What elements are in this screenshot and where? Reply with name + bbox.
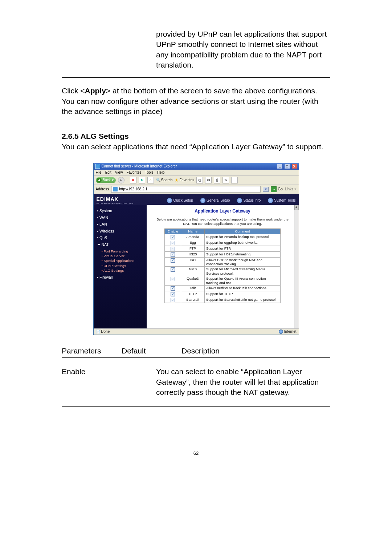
mail-icon[interactable]: ✉ (205, 177, 212, 183)
search-icon: 🔍 (156, 178, 160, 182)
history-icon[interactable]: ◷ (196, 177, 203, 183)
menu-view[interactable]: View (115, 170, 123, 175)
go-icon: → (271, 186, 277, 192)
separator: · (127, 178, 128, 182)
scroll-up-icon[interactable]: ▲ (294, 205, 299, 210)
divider (62, 77, 330, 78)
address-label: Address (96, 187, 109, 191)
sidebar-item-wan[interactable]: WAN (97, 215, 144, 220)
param-description: You can select to enable “Application La… (156, 367, 330, 397)
sidebar-sub-virtual-server[interactable]: Virtual Server (102, 254, 144, 258)
dropdown-icon: ▾ (112, 178, 114, 182)
menu-favorites[interactable]: Favorites (126, 170, 141, 175)
window-titlebar: Cannot find server - Microsoft Internet … (94, 163, 299, 170)
text: Click < (62, 86, 85, 95)
enable-checkbox[interactable]: ✓ (171, 235, 175, 239)
status-done: 📄 Done (96, 329, 110, 334)
enable-checkbox[interactable]: ✓ (171, 286, 175, 291)
panel-description: Below are applications that need router'… (155, 217, 290, 226)
discuss-icon[interactable]: ☷ (231, 177, 238, 183)
menu-help[interactable]: Help (157, 170, 165, 175)
toolbar: ◄ Back ▾ ► · × ↻ ⌂ 🔍 Search ★ Favorites … (94, 176, 299, 185)
sidebar-item-wireless[interactable]: Wireless (97, 229, 144, 234)
go-label: Go (278, 187, 282, 191)
sidebar-item-system[interactable]: System (97, 209, 144, 213)
sidebar-sub-alg[interactable]: ALG Settings (102, 268, 144, 272)
para-apply: Click <Apply> at the bottom of the scree… (62, 86, 330, 117)
window-title: Cannot find server - Microsoft Internet … (102, 164, 177, 169)
print-icon[interactable]: ⎙ (214, 177, 220, 183)
vertical-scrollbar[interactable]: ▲ (294, 205, 299, 328)
tab-system-tools[interactable]: System Tools (268, 198, 295, 203)
favorites-label: Favorites (179, 178, 194, 182)
close-button[interactable]: X (291, 164, 297, 169)
divider (62, 357, 330, 358)
address-dropdown-icon[interactable]: ▾ (263, 187, 269, 192)
enable-checkbox[interactable]: ✓ (171, 267, 175, 272)
para-upnp: provided by UPnP can let applications th… (156, 29, 330, 70)
tab-general-setup[interactable]: General Setup (200, 198, 230, 203)
enable-checkbox[interactable]: ✓ (171, 258, 175, 263)
screenshot-figure: Cannot find server - Microsoft Internet … (62, 163, 330, 335)
address-input[interactable]: http://192.168.2.1 (111, 186, 261, 193)
menu-file[interactable]: File (96, 170, 102, 175)
table-row: ✓TFTPSupport for TFTP. (165, 291, 281, 297)
favorites-button[interactable]: ★ Favorites (175, 178, 194, 183)
cell-comment: Allows netfilter to track talk connectio… (205, 285, 281, 291)
header-tabs: Quick Setup General Setup Status Info Sy… (167, 198, 295, 203)
section-body: You can select applications that need “A… (62, 142, 323, 151)
sidebar-item-nat[interactable]: NAT (97, 242, 144, 247)
tab-status-info[interactable]: Status Info (237, 198, 261, 203)
table-row: ✓TalkAllows netfilter to track talk conn… (165, 285, 281, 291)
globe-icon (200, 198, 205, 203)
params-head-description: Description (181, 346, 330, 356)
minimize-button[interactable]: _ (277, 164, 283, 169)
cell-comment: Support for Quake III Arena connection t… (205, 276, 281, 286)
edit-icon[interactable]: ✎ (222, 177, 229, 183)
go-button[interactable]: → Go (271, 186, 282, 192)
sidebar-sub-port-forwarding[interactable]: Port Forwarding (102, 249, 144, 253)
cell-name: Egg (181, 240, 205, 246)
search-button[interactable]: 🔍 Search (156, 178, 173, 182)
enable-checkbox[interactable]: ✓ (171, 247, 175, 251)
table-row: ✓EggSupport for eggdrop bot networks. (165, 240, 281, 246)
menu-bar: File Edit View Favorites Tools Help (94, 170, 299, 176)
tab-quick-setup[interactable]: Quick Setup (167, 198, 193, 203)
enable-checkbox[interactable]: ✓ (171, 252, 175, 257)
browser-window: Cannot find server - Microsoft Internet … (93, 163, 299, 335)
links-label[interactable]: Links » (285, 187, 297, 191)
sidebar-item-qos[interactable]: QoS (97, 235, 144, 240)
alg-table: Enable Name Comment ✓AmandaSupport for A… (164, 229, 281, 303)
enable-checkbox[interactable]: ✓ (171, 298, 175, 302)
globe-icon (268, 198, 273, 203)
sidebar-item-lan[interactable]: LAN (97, 222, 144, 227)
forward-button[interactable]: ► (118, 177, 124, 183)
back-button[interactable]: ◄ Back ▾ (96, 177, 116, 183)
sidebar-subitems: Port Forwarding Virtual Server Special A… (102, 249, 144, 273)
table-row: ✓FTPSupport for FTP. (165, 246, 281, 251)
enable-checkbox[interactable]: ✓ (171, 292, 175, 296)
col-comment: Comment (205, 229, 281, 234)
stop-icon[interactable]: × (130, 177, 136, 183)
enable-checkbox[interactable]: ✓ (171, 241, 175, 245)
sidebar-sub-upnp[interactable]: UPnP Settings (102, 264, 144, 268)
sidebar-sub-special-apps[interactable]: Special Applications (102, 259, 144, 263)
maximize-button[interactable]: □ (284, 164, 290, 169)
menu-tools[interactable]: Tools (145, 170, 153, 175)
back-arrow-icon: ◄ (97, 178, 102, 183)
menu-edit[interactable]: Edit (105, 170, 111, 175)
cell-name: Starcraft (181, 297, 205, 303)
brand-tagline: NETWORKING PEOPLE TOGETHER (97, 202, 134, 205)
window-controls: _ □ X (277, 164, 297, 169)
panel-title: Application Layer Gateway (152, 209, 294, 214)
cell-name: Amanda (181, 234, 205, 240)
home-icon[interactable]: ⌂ (147, 177, 154, 183)
page-number: 62 (62, 450, 330, 457)
params-header-row: Parameters Default Description (62, 346, 330, 356)
section-title: 2.6.5 ALG Settings (62, 132, 129, 140)
enable-checkbox[interactable]: ✓ (171, 277, 175, 281)
table-row: ✓AmandaSupport for Amanda backup tool pr… (165, 234, 281, 240)
globe-icon (167, 198, 172, 203)
refresh-icon[interactable]: ↻ (139, 177, 145, 183)
sidebar-item-firewall[interactable]: Firewall (97, 275, 144, 280)
